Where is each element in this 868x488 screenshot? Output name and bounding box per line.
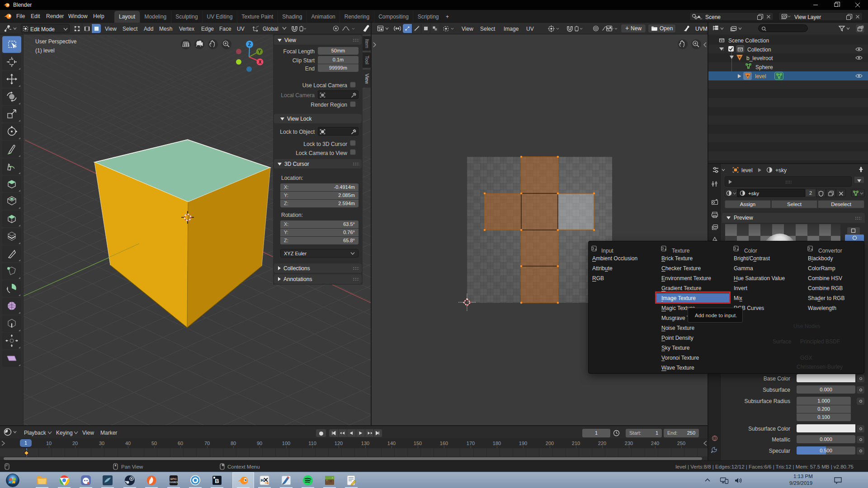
svg-text:B: B	[215, 478, 219, 484]
svg-text:Z: Z	[248, 42, 251, 47]
svg-text:Y: Y	[258, 49, 261, 54]
svg-text:H: H	[261, 478, 264, 483]
svg-text:X: X	[259, 60, 262, 65]
svg-text:EPIC: EPIC	[170, 478, 177, 480]
svg-text:GAMES: GAMES	[170, 481, 178, 483]
